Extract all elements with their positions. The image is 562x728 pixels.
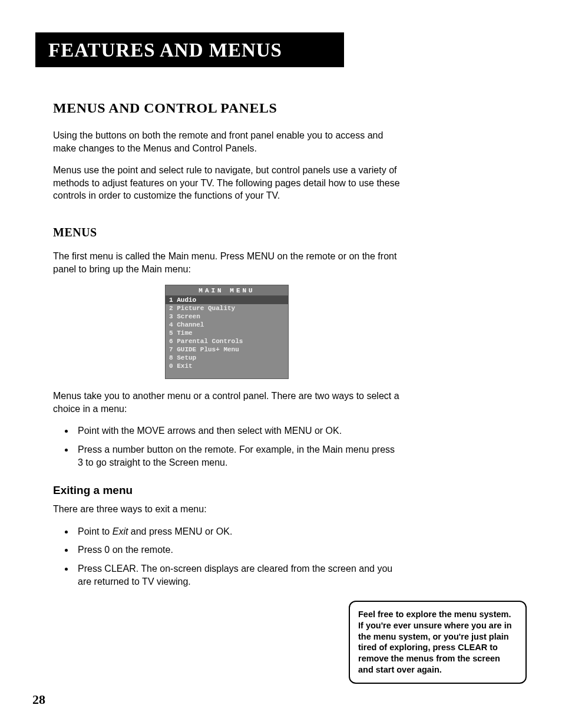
list-item: Point with the MOVE arrows and then sele…	[74, 424, 401, 437]
tv-menu-item: 3 Screen	[166, 312, 288, 321]
main-content: Menus and Control Panels Using the butto…	[53, 100, 401, 588]
tv-menu-item: 0 Exit	[166, 362, 288, 370]
tv-menu-item: 1 Audio	[166, 296, 288, 304]
list-item: Press CLEAR. The on-screen displays are …	[74, 562, 401, 588]
chapter-title-bar: Features and Menus	[35, 32, 344, 67]
tv-menu-item: 8 Setup	[166, 354, 288, 362]
tv-menu-item: 5 Time	[166, 329, 288, 337]
body-text: Menus take you to another menu or a cont…	[53, 390, 401, 415]
list-item: Point to Exit and press MENU or OK.	[74, 525, 401, 538]
subheading-exiting: Exiting a menu	[53, 484, 401, 497]
body-text: The first menu is called the Main menu. …	[53, 250, 401, 275]
bullet-list: Point to Exit and press MENU or OK.Press…	[53, 525, 401, 588]
body-text: Menus use the point and select rule to n…	[53, 164, 401, 202]
list-item: Press 0 on the remote.	[74, 543, 401, 556]
tv-menu-figure: MAIN MENU 1 Audio2 Picture Quality3 Scre…	[53, 285, 401, 379]
tip-text: Feel free to explore the menu system. If…	[358, 610, 512, 674]
tip-callout-box: Feel free to explore the menu system. If…	[349, 601, 527, 684]
body-text: Using the buttons on both the remote and…	[53, 129, 401, 154]
tv-menu-title: MAIN MENU	[166, 285, 288, 296]
page-number: 28	[32, 692, 45, 707]
bullet-list: Point with the MOVE arrows and then sele…	[53, 424, 401, 469]
tv-main-menu: MAIN MENU 1 Audio2 Picture Quality3 Scre…	[165, 285, 289, 379]
tv-menu-item: 7 GUIDE Plus+ Menu	[166, 345, 288, 354]
tv-menu-item: 2 Picture Quality	[166, 304, 288, 312]
list-item: Press a number button on the remote. For…	[74, 443, 401, 469]
section-heading-menus: Menus	[53, 226, 401, 239]
section-heading-menus-control-panels: Menus and Control Panels	[53, 100, 401, 116]
tv-menu-item: 4 Channel	[166, 321, 288, 329]
tv-menu-item: 6 Parental Controls	[166, 337, 288, 345]
chapter-title: Features and Menus	[48, 39, 282, 61]
body-text: There are three ways to exit a menu:	[53, 503, 401, 516]
